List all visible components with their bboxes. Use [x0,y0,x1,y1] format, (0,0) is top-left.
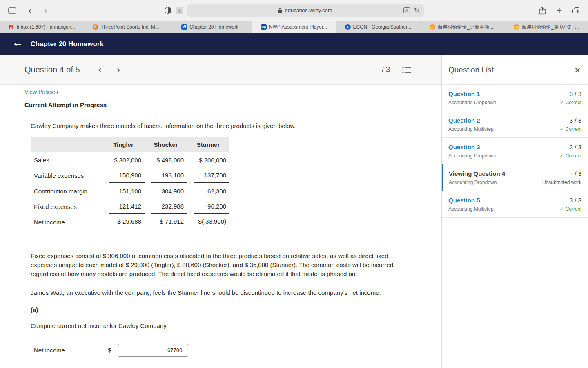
clock-favicon [430,24,435,30]
address-bar-icons: A ↻ [403,4,419,17]
previous-question-button[interactable]: ‹ [98,65,102,75]
james-watt-paragraph: James Watt, an executive with the compan… [31,288,404,297]
cell-value: $ 71,912 [151,214,187,230]
question-status: ✓Correct [560,100,581,105]
toolbar-center-group: education.wiley.com A ↻ [94,4,494,17]
question-type: Accounting Multistep [448,126,494,132]
question-link[interactable]: Question 2 [448,117,480,124]
reload-icon[interactable]: ↻ [414,7,419,14]
assignment-title: Chapter 20 Homework [30,40,104,48]
cell-value: $ 29,688 [109,214,145,230]
cell-value: 121,412 [109,199,145,214]
question-score: - / 3 [571,170,581,177]
question-type: Accounting Dropdown [449,180,497,185]
question-nav-bar: Question 4 of 5 ‹ › - / 3 [0,55,441,85]
cell-value: 137,700 [194,168,229,183]
browser-back-button[interactable]: ‹ [28,7,32,15]
share-icon[interactable] [539,7,546,15]
address-bar[interactable]: education.wiley.com A ↻ [187,4,424,17]
tab-label: 海岸村恰恰恰_第 07 集 -... [522,24,579,31]
row-label: Variable expenses [31,168,102,183]
lock-icon [278,8,282,13]
close-icon[interactable]: × [575,65,581,74]
browser-tab-video-1[interactable]: 海岸村恰恰恰_更新至第 ... [420,21,504,33]
table-header-tingler: Tingler [102,137,145,152]
question-link[interactable]: Question 5 [448,197,480,204]
question-list-icon[interactable] [402,66,411,74]
next-question-button[interactable]: › [116,65,120,75]
tab-label: NWP Assessment Player... [269,24,327,30]
divider [24,114,416,114]
browser-tab-threepoint[interactable]: C ThreePoint Sports Inc. M... [84,21,168,33]
question-link[interactable]: Question 3 [448,144,480,150]
question-list-item-4-viewing[interactable]: Viewing Question 4 - / 3 Accounting Drop… [442,164,588,191]
browser-tab-video-2[interactable]: 海岸村恰恰恰_第 07 集 -... [504,21,588,33]
browser-toolbar: ‹ › education.wiley.com A ↻ + [0,0,588,21]
econ-star-favicon: ★ [345,24,351,30]
translate-icon[interactable]: A [403,7,410,13]
cell-value: 304,900 [151,184,187,198]
question-list-title: Question List [448,65,494,74]
table-row-contribution-margin: Contribution margin 151,100 304,900 62,3… [31,183,229,199]
question-intro: Cawley Company makes three models of tas… [31,122,404,129]
assignment-header: ← Chapter 20 Homework [0,33,588,55]
darkmode-extension-icon[interactable] [165,7,172,14]
browser-tab-inbox[interactable]: M Inbox (1,607) - annaxgon... [0,21,84,33]
question-list-item-1[interactable]: Question 1 3 / 3 Accounting Dropdown ✓Co… [442,85,588,111]
browser-tab-homework-doc[interactable]: W Chapter 20 Homework [168,21,252,33]
table-header-stunner: Stunner [187,137,229,152]
question-position-label: Question 4 of 5 [24,65,80,74]
question-score: 3 / 3 [570,117,581,124]
tab-label: Inbox (1,607) - annaxgon... [16,24,75,30]
status-text: Correct [566,153,581,159]
tab-label: ECON - Georgia Souther... [353,24,412,30]
gmail-favicon: M [8,24,14,30]
view-policies-link[interactable]: View Policies [24,89,58,95]
safari-window: ‹ › education.wiley.com A ↻ + [0,0,588,368]
question-status: ✓Correct [560,153,581,159]
row-label: Sales [31,152,102,168]
table-row-fixed-expenses: Fixed expenses 121,412 232,988 96,200 [31,199,229,214]
tab-overview-icon[interactable] [572,7,580,14]
question-status: Unsubmitted work [542,180,581,185]
check-icon: ✓ [560,153,564,159]
browser-tab-nwp-active[interactable]: wp NWP Assessment Player... [252,21,336,33]
threepoint-favicon: C [93,24,98,30]
sidebar-toggle-button[interactable] [8,7,16,14]
row-label: Fixed expenses [31,199,102,214]
extension-icon[interactable] [176,7,183,14]
cell-value: 193,100 [151,168,187,183]
table-header-blank [31,137,102,152]
status-text: Correct [566,206,581,212]
tab-label: 海岸村恰恰恰_更新至第 ... [438,24,495,31]
table-row-variable-expenses: Variable expenses 150,900 193,100 137,70… [31,168,229,183]
cell-value: $ 498,000 [151,153,187,167]
word-favicon: W [181,24,187,30]
back-arrow-icon[interactable]: ← [14,40,21,49]
question-list-item-5[interactable]: Question 5 3 / 3 Accounting Multistep ✓C… [442,191,588,218]
status-text: Unsubmitted work [542,180,581,185]
tab-bar: M Inbox (1,607) - annaxgon... C ThreePoi… [0,21,588,33]
tab-label: Chapter 20 Homework [189,24,238,30]
check-icon: ✓ [560,126,564,132]
question-status: ✓Correct [560,206,581,212]
question-list-header: Question List × [442,55,588,85]
browser-tab-econ[interactable]: ★ ECON - Georgia Souther... [336,21,420,33]
browser-forward-button[interactable]: › [43,7,47,15]
status-text: Correct [566,126,581,132]
fixed-expenses-paragraph: Fixed expenses consist of $ 306,000 of c… [31,251,404,278]
question-score: - / 3 [377,65,390,74]
cell-value: $ 200,000 [194,153,229,167]
main-content-row: Question 4 of 5 ‹ › - / 3 View Policies … [0,55,588,368]
status-text: Correct [566,100,581,105]
question-card: View Policies Current Attempt in Progres… [0,85,441,368]
currency-symbol: $ [108,347,111,354]
cell-value: 62,300 [194,184,229,198]
new-tab-button[interactable]: + [557,7,562,15]
question-list-item-3[interactable]: Question 3 3 / 3 Accounting Dropdown ✓Co… [442,138,588,164]
table-row-net-income: Net income $ 29,688 $ 71,912 $( 33,900) [31,214,229,230]
question-link[interactable]: Question 1 [448,90,480,97]
net-income-input[interactable] [118,344,188,357]
question-list-item-2[interactable]: Question 2 3 / 3 Accounting Multistep ✓C… [442,111,588,138]
part-a-label: (a) [31,306,404,313]
